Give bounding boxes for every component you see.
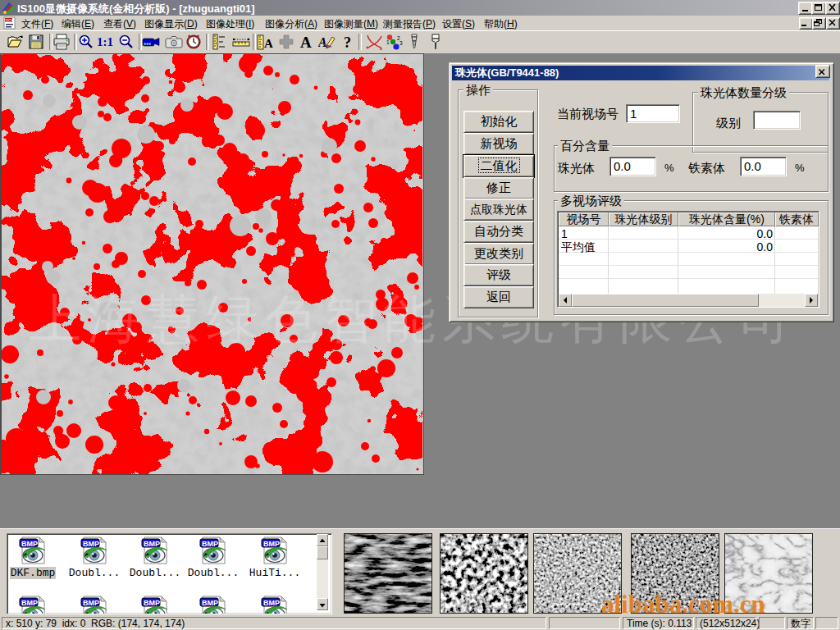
svg-text:BMP: BMP — [83, 540, 99, 548]
svg-text:BMP: BMP — [83, 599, 99, 607]
svg-text:A: A — [300, 34, 312, 50]
svg-text:?: ? — [344, 34, 351, 51]
svg-text:BMP: BMP — [144, 540, 160, 548]
svg-text:BMP: BMP — [202, 540, 218, 548]
svg-text:1:1: 1:1 — [97, 35, 113, 48]
svg-text:1: 1 — [386, 39, 390, 45]
svg-text:DOC: DOC — [6, 18, 16, 23]
svg-text:BMP: BMP — [263, 599, 280, 607]
svg-text:BMP: BMP — [202, 599, 218, 607]
svg-text:3: 3 — [399, 40, 403, 46]
svg-text:BMP: BMP — [21, 599, 38, 607]
svg-text:BMP: BMP — [144, 599, 160, 607]
svg-text:A: A — [264, 37, 273, 50]
svg-text:A: A — [318, 35, 327, 49]
svg-text:BMP: BMP — [263, 540, 280, 548]
svg-text:BMP: BMP — [21, 540, 38, 548]
